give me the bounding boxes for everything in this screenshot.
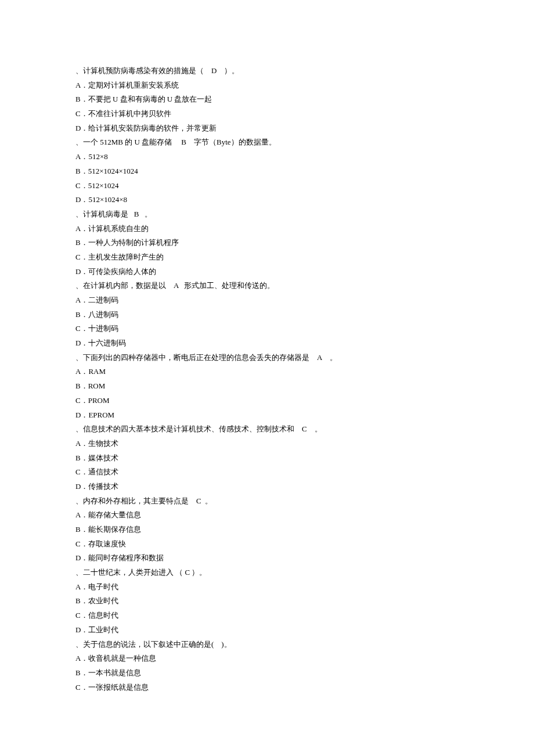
question-option: A．计算机系统自生的 bbox=[75, 222, 459, 236]
question-option: A．收音机就是一种信息 bbox=[75, 651, 459, 666]
question-option: C．不准往计算机中拷贝软件 bbox=[75, 107, 459, 121]
question-option: B．512×1024×1024 bbox=[75, 164, 459, 179]
question-option: B．农业时代 bbox=[75, 594, 459, 609]
document-page: 、计算机预防病毒感染有效的措施是（ D ）。 A．定期对计算机重新安装系统 B．… bbox=[0, 0, 534, 756]
question-stem: 、内存和外存相比，其主要特点是 C 。 bbox=[75, 494, 459, 509]
question-option: A．RAM bbox=[75, 365, 459, 379]
question-option: C．通信技术 bbox=[75, 465, 459, 480]
question-option: D．给计算机安装防病毒的软件，并常更新 bbox=[75, 121, 459, 136]
question-option: C．信息时代 bbox=[75, 609, 459, 623]
question-stem: 、计算机病毒是 B 。 bbox=[75, 207, 459, 222]
question-option: C．一张报纸就是信息 bbox=[75, 681, 459, 695]
question-stem: 、下面列出的四种存储器中，断电后正在处理的信息会丢失的存储器是 A 。 bbox=[75, 351, 459, 365]
question-option: A．512×8 bbox=[75, 150, 459, 164]
question-option: D．EPROM bbox=[75, 408, 459, 423]
question-option: C．存取速度快 bbox=[75, 537, 459, 552]
question-option: C．PROM bbox=[75, 394, 459, 408]
question-option: C．十进制码 bbox=[75, 322, 459, 336]
question-option: B．八进制码 bbox=[75, 308, 459, 322]
question-option: D．可传染疾病给人体的 bbox=[75, 265, 459, 279]
question-stem: 、在计算机内部，数据是以 A 形式加工、处理和传送的。 bbox=[75, 279, 459, 293]
question-option: A．电子时代 bbox=[75, 580, 459, 595]
question-stem: 、计算机预防病毒感染有效的措施是（ D ）。 bbox=[75, 64, 459, 78]
question-option: D．十六进制码 bbox=[75, 336, 459, 351]
question-option: D．能同时存储程序和数据 bbox=[75, 551, 459, 566]
question-option: B．一种人为特制的计算机程序 bbox=[75, 236, 459, 250]
question-option: C．主机发生故障时产生的 bbox=[75, 250, 459, 265]
question-option: A．定期对计算机重新安装系统 bbox=[75, 78, 459, 93]
question-option: D．512×1024×8 bbox=[75, 193, 459, 207]
question-option: B．ROM bbox=[75, 379, 459, 394]
question-option: A．二进制码 bbox=[75, 293, 459, 308]
question-stem: 、关于信息的说法，以下叙述中正确的是( )。 bbox=[75, 638, 459, 652]
question-stem: 、信息技术的四大基本技术是计算机技术、传感技术、控制技术和 C 。 bbox=[75, 422, 459, 437]
question-option: B．不要把 U 盘和有病毒的 U 盘放在一起 bbox=[75, 92, 459, 107]
question-option: A．能存储大量信息 bbox=[75, 508, 459, 523]
question-stem: 、一个 512MB 的 U 盘能存储 B 字节（Byte）的数据量。 bbox=[75, 135, 459, 150]
question-option: D．工业时代 bbox=[75, 623, 459, 638]
question-option: B．一本书就是信息 bbox=[75, 666, 459, 681]
question-option: B．能长期保存信息 bbox=[75, 523, 459, 537]
question-option: D．传播技术 bbox=[75, 480, 459, 494]
question-option: B．媒体技术 bbox=[75, 451, 459, 466]
question-option: A．生物技术 bbox=[75, 437, 459, 451]
question-option: C．512×1024 bbox=[75, 179, 459, 193]
question-stem: 、二十世纪末，人类开始进入 （ C ）。 bbox=[75, 566, 459, 580]
